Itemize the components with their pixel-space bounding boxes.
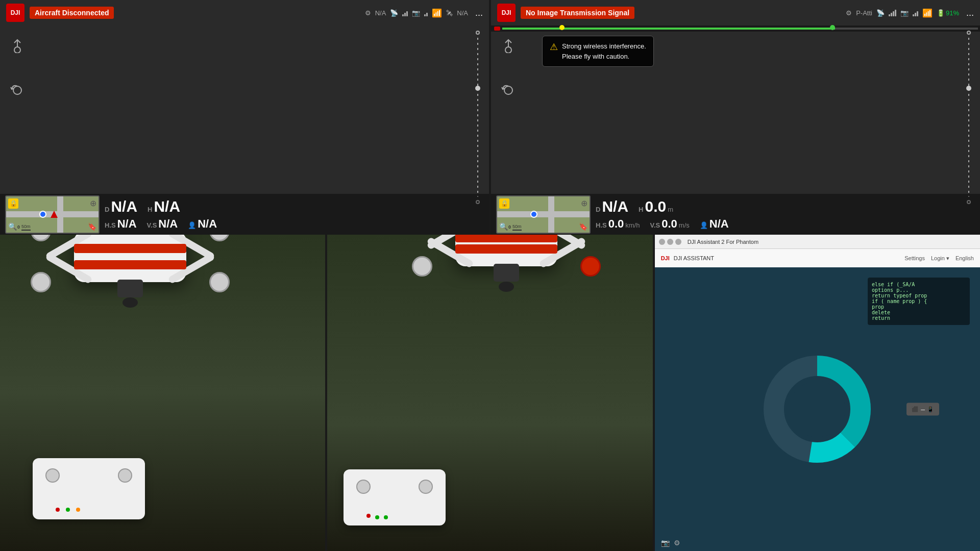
controller-1 xyxy=(33,458,145,519)
flight-mode-value-right: P-Atti xyxy=(856,9,872,17)
dji-logo-right: DJI xyxy=(497,4,516,22)
video-signal-bars xyxy=(424,9,428,16)
distance-value: N/A xyxy=(111,198,137,215)
takeoff-icon[interactable] xyxy=(8,36,27,54)
bottom-panel-1 xyxy=(0,235,325,551)
slider-top-dot-right xyxy=(967,31,971,35)
signal-bar-3 xyxy=(406,11,408,16)
screenshot-content: DJI DJI ASSISTANT Settings Login ▾ Engli… xyxy=(655,249,980,551)
altitude-slider-right[interactable] xyxy=(967,31,971,204)
tele-row-2: H.S N/A V.S N/A 👤 N/A xyxy=(105,217,484,231)
height-item: H N/A xyxy=(148,198,180,215)
map-drone-dot-right xyxy=(530,211,537,218)
video-signal-bars-right xyxy=(913,9,918,16)
left-stick-2 xyxy=(356,480,371,494)
map-zoom-icon[interactable]: 🔍 xyxy=(8,222,17,231)
flight-range-bar xyxy=(491,26,980,32)
video-icon: 📷 xyxy=(412,9,420,17)
vs-value-right: 0.0 xyxy=(662,217,677,231)
code-line-5: prop xyxy=(872,304,966,310)
slider-thumb-right xyxy=(966,86,971,91)
win-close-btn[interactable] xyxy=(675,239,681,245)
right-map[interactable]: 🔒 ⊕ 🔍 🔖 0 50m xyxy=(496,195,591,234)
left-status-badge: Aircraft Disconnected xyxy=(30,7,114,19)
right-telemetry: D N/A H 0.0 m H.S 0.0 km/h xyxy=(596,198,975,231)
map-road-v-right xyxy=(548,196,554,233)
return-home-icon[interactable] xyxy=(8,80,27,98)
svg-point-9 xyxy=(789,381,845,437)
left-map[interactable]: 🔒 ⊕ 🔍 🔖 0 50m xyxy=(5,195,100,234)
takeoff-icon-right[interactable] xyxy=(499,36,518,54)
height-item-right: H 0.0 m xyxy=(639,198,673,215)
stripe-bottom-1 xyxy=(74,260,186,269)
login-link[interactable]: Login ▾ xyxy=(931,255,949,262)
gps-icon-left: 🛰 xyxy=(446,9,453,17)
led-green-2 xyxy=(375,515,379,519)
signal-bar-1 xyxy=(402,14,404,16)
right-stick-2 xyxy=(419,480,433,494)
donut-chart-svg xyxy=(761,353,873,465)
led-orange-1 xyxy=(76,508,80,512)
bottom-panel-2 xyxy=(325,235,652,551)
warning-title: Strong wireless interference. xyxy=(562,41,646,52)
stripe-top-1 xyxy=(74,244,186,253)
gps-value-left: N/A xyxy=(457,9,468,17)
map-lock-icon: 🔒 xyxy=(8,198,18,209)
screenshot-titlebar: DJI Assistant 2 For Phantom xyxy=(655,235,980,249)
drone-scene-1 xyxy=(0,235,325,551)
hs-item: H.S N/A xyxy=(105,217,137,231)
right-stick-1 xyxy=(118,468,132,483)
map-scale-label: 50m xyxy=(21,224,31,231)
bottom-panel-3: DJI Assistant 2 For Phantom DJI DJI ASSI… xyxy=(653,235,980,551)
gimbal-1 xyxy=(122,297,138,308)
win-maximize-btn[interactable] xyxy=(667,239,673,245)
map-target-icon: ⊕ xyxy=(90,198,96,208)
map-zoom-icon-right[interactable]: 🔍 xyxy=(499,222,508,231)
icon-settings-bottom: ⚙ xyxy=(674,539,680,547)
tele-row-r2: H.S 0.0 km/h V.S 0.0 m/s 👤 N/A xyxy=(596,217,975,231)
settings-link[interactable]: Settings xyxy=(904,255,925,262)
controller-2 xyxy=(344,469,446,525)
range-bar-fill xyxy=(502,28,835,30)
left-controls xyxy=(8,36,27,98)
height-value-right: 0.0 xyxy=(645,198,666,215)
flight-mode-value: N/A xyxy=(375,9,386,17)
assistant-window-title: DJI Assistant 2 For Phantom xyxy=(688,239,758,245)
map-bookmark-icon[interactable]: 🔖 xyxy=(88,222,96,231)
video-bar-r3 xyxy=(917,11,918,16)
win-minimize-btn[interactable] xyxy=(659,239,665,245)
left-header-icons: ⚙ N/A 📡 📷 📶 🛰 N/A xyxy=(365,8,483,18)
person-value: N/A xyxy=(198,217,217,231)
altitude-slider[interactable] xyxy=(476,31,480,204)
code-line-4: if ( name prop ) { xyxy=(872,298,966,304)
code-line-2: options p... xyxy=(872,287,966,293)
left-panel: DJI Aircraft Disconnected ⚙ N/A 📡 📷 xyxy=(0,0,491,235)
more-menu-right[interactable]: ... xyxy=(966,8,974,18)
assistant-dji-text: DJI xyxy=(661,255,670,261)
video-icon-right: 📷 xyxy=(900,9,909,17)
map-zero-label-right: 0 xyxy=(508,224,511,230)
distance-value-right: N/A xyxy=(602,198,628,215)
svg-point-3 xyxy=(505,47,511,53)
map-bookmark-icon-right[interactable]: 🔖 xyxy=(579,222,587,231)
assistant-brand-text: DJI ASSISTANT xyxy=(674,255,714,261)
person-icon-right: 👤 xyxy=(700,221,708,229)
stripe-top-2 xyxy=(455,235,557,242)
drone-body-2 xyxy=(455,235,557,266)
rc-icon-right: 📡 xyxy=(876,9,885,17)
return-home-icon-right[interactable] xyxy=(499,80,518,98)
more-menu-left[interactable]: ... xyxy=(475,8,483,18)
right-header: DJI No Image Transmission Signal ⚙ P-Att… xyxy=(491,0,980,26)
vs-item-right: V.S 0.0 m/s xyxy=(650,217,689,231)
person-item: 👤 N/A xyxy=(188,217,217,231)
person-item-right: 👤 N/A xyxy=(700,217,729,231)
motor-bl-1 xyxy=(31,272,51,292)
motor-tr-1 xyxy=(209,235,230,241)
led-green-3 xyxy=(384,515,388,519)
left-bottom-info: 🔒 ⊕ 🔍 🔖 0 50m D N/A H N/A xyxy=(0,194,489,235)
svg-point-5 xyxy=(504,86,512,94)
video-bar-2 xyxy=(426,13,428,16)
left-stick-1 xyxy=(45,468,60,483)
distance-item-right: D N/A xyxy=(596,198,628,215)
english-link[interactable]: English xyxy=(955,255,974,262)
